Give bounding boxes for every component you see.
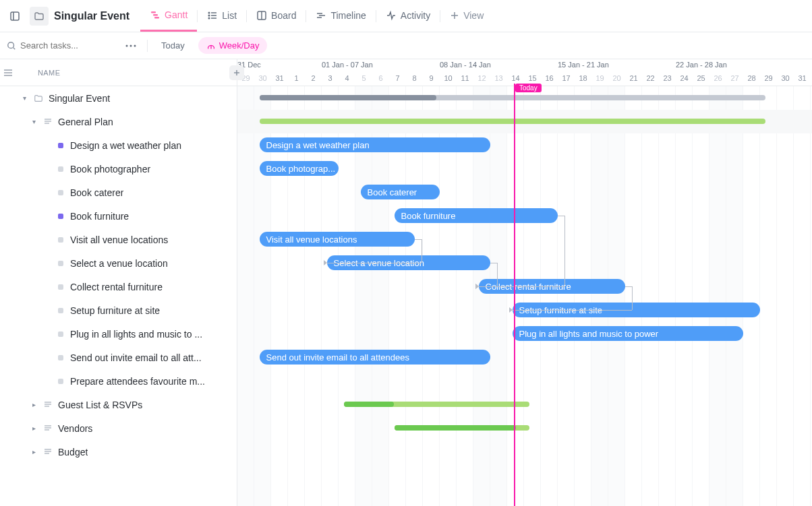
task-bar[interactable]: Book photograp... bbox=[260, 161, 339, 176]
add-column-button[interactable] bbox=[229, 65, 244, 80]
doc-icon bbox=[43, 117, 53, 127]
gantt-row: Send out invite email to all attendees bbox=[237, 346, 812, 369]
sidebar-menu-icon[interactable] bbox=[0, 69, 16, 76]
activity-icon bbox=[386, 10, 397, 21]
weekday-label: Week/Day bbox=[219, 40, 260, 51]
task-tree-sidebar: NAME ▾ Singular Event▾ General Plan Desi… bbox=[0, 59, 237, 506]
day-header: 16 bbox=[541, 71, 558, 86]
day-header: 5 bbox=[355, 71, 372, 86]
svg-line-19 bbox=[13, 47, 16, 49]
weekday-toggle[interactable]: Week/Day bbox=[198, 37, 268, 54]
tab-board[interactable]: Board bbox=[247, 0, 306, 32]
svg-rect-3 bbox=[153, 14, 158, 16]
task-label[interactable]: Send out invite email to all att... bbox=[70, 352, 202, 363]
task-bar[interactable]: Book caterer bbox=[361, 185, 440, 199]
caret-icon[interactable]: ▸ bbox=[30, 448, 38, 455]
task-label[interactable]: Setup furniture at site bbox=[70, 305, 160, 316]
summary-bar[interactable] bbox=[260, 95, 765, 100]
gantt-row bbox=[237, 440, 812, 464]
gantt-row bbox=[237, 110, 812, 133]
search-input-wrap[interactable] bbox=[7, 40, 115, 51]
gantt-row: Book furniture bbox=[237, 204, 812, 228]
task-bar[interactable]: Plug in all lights and music to power bbox=[513, 326, 744, 341]
task-bar[interactable]: Send out invite email to all attendees bbox=[260, 350, 491, 365]
tree-group-label[interactable]: Vendors bbox=[58, 423, 92, 434]
task-label[interactable]: Select a venue location bbox=[70, 258, 168, 269]
day-header: 31 bbox=[794, 71, 811, 86]
task-label[interactable]: Plug in all lights and music to ... bbox=[70, 329, 202, 340]
svg-point-22 bbox=[134, 44, 136, 46]
tree-root-label[interactable]: Singular Event bbox=[49, 93, 110, 104]
dots-icon bbox=[125, 44, 136, 47]
summary-bar[interactable] bbox=[395, 425, 529, 431]
gantt-row: Visit all venue locations bbox=[237, 228, 812, 251]
day-header: 26 bbox=[709, 71, 726, 86]
task-label[interactable]: Book photographer bbox=[70, 164, 150, 175]
task-label[interactable]: Design a wet weather plan bbox=[70, 140, 181, 151]
sidebar-toggle-icon[interactable] bbox=[5, 7, 24, 26]
status-dot[interactable] bbox=[58, 166, 63, 172]
task-label[interactable]: Book caterer bbox=[70, 187, 123, 198]
day-header: 24 bbox=[676, 71, 693, 86]
day-header: 20 bbox=[608, 71, 625, 86]
timeline-icon bbox=[316, 10, 326, 21]
day-header: 12 bbox=[473, 71, 490, 86]
day-header: 30 bbox=[254, 71, 271, 86]
day-header: 31 bbox=[271, 71, 288, 86]
caret-icon[interactable]: ▸ bbox=[30, 424, 38, 432]
doc-icon bbox=[43, 424, 53, 433]
more-options-button[interactable] bbox=[121, 44, 140, 47]
tab-board-label: Board bbox=[271, 10, 296, 21]
task-label[interactable]: Collect rental furniture bbox=[70, 282, 163, 292]
today-button[interactable]: Today bbox=[154, 38, 192, 53]
tab-gantt[interactable]: Gantt bbox=[140, 0, 197, 32]
day-header: 19 bbox=[591, 71, 608, 86]
status-dot[interactable] bbox=[58, 143, 63, 148]
tab-list[interactable]: List bbox=[198, 0, 246, 32]
status-dot[interactable] bbox=[58, 214, 63, 219]
summary-bar[interactable] bbox=[344, 402, 529, 407]
task-label[interactable]: Visit all venue locations bbox=[70, 234, 168, 245]
status-dot[interactable] bbox=[58, 237, 63, 243]
search-input[interactable] bbox=[20, 40, 101, 51]
task-label[interactable]: Book furniture bbox=[70, 211, 129, 222]
svg-point-9 bbox=[208, 18, 210, 19]
tab-timeline[interactable]: Timeline bbox=[306, 0, 375, 32]
caret-icon[interactable]: ▸ bbox=[30, 401, 38, 408]
name-column-header: NAME bbox=[16, 69, 60, 77]
status-dot[interactable] bbox=[58, 379, 63, 384]
svg-rect-4 bbox=[154, 17, 159, 19]
summary-bar[interactable] bbox=[260, 119, 765, 124]
status-dot[interactable] bbox=[58, 331, 63, 337]
status-dot[interactable] bbox=[58, 284, 63, 290]
gantt-row: Book photograp... bbox=[237, 157, 812, 181]
status-dot[interactable] bbox=[58, 261, 63, 266]
gantt-chart[interactable]: 31 Dec01 Jan - 07 Jan08 Jan - 14 Jan15 J… bbox=[237, 59, 812, 506]
tab-gantt-label: Gantt bbox=[165, 9, 187, 20]
tab-add-view[interactable]: View bbox=[440, 0, 493, 32]
task-bar[interactable]: Visit all venue locations bbox=[260, 232, 415, 247]
day-header: 27 bbox=[726, 71, 743, 86]
tab-list-label: List bbox=[222, 10, 237, 21]
board-icon bbox=[256, 10, 267, 21]
tab-activity[interactable]: Activity bbox=[376, 0, 440, 32]
svg-point-21 bbox=[130, 44, 132, 46]
status-dot[interactable] bbox=[58, 308, 63, 313]
tree-group-label[interactable]: Budget bbox=[58, 447, 88, 457]
tree-group-label[interactable]: General Plan bbox=[58, 117, 113, 127]
task-bar[interactable]: Design a wet weather plan bbox=[260, 137, 491, 152]
gantt-icon bbox=[150, 9, 161, 20]
day-header: 23 bbox=[659, 71, 676, 86]
status-dot[interactable] bbox=[58, 190, 63, 195]
tree-group-label[interactable]: Guest List & RSVPs bbox=[58, 400, 142, 410]
week-label: 15 Jan - 21 Jan bbox=[558, 61, 609, 69]
day-header: 11 bbox=[457, 71, 473, 86]
task-bar[interactable]: Book furniture bbox=[395, 208, 558, 223]
svg-rect-0 bbox=[11, 12, 19, 20]
task-label[interactable]: Prepare attendees favourite m... bbox=[70, 376, 205, 387]
day-header: 1 bbox=[288, 71, 305, 86]
svg-point-20 bbox=[126, 44, 128, 46]
caret-icon[interactable]: ▾ bbox=[30, 118, 38, 125]
status-dot[interactable] bbox=[58, 355, 63, 360]
caret-icon[interactable]: ▾ bbox=[20, 94, 28, 102]
